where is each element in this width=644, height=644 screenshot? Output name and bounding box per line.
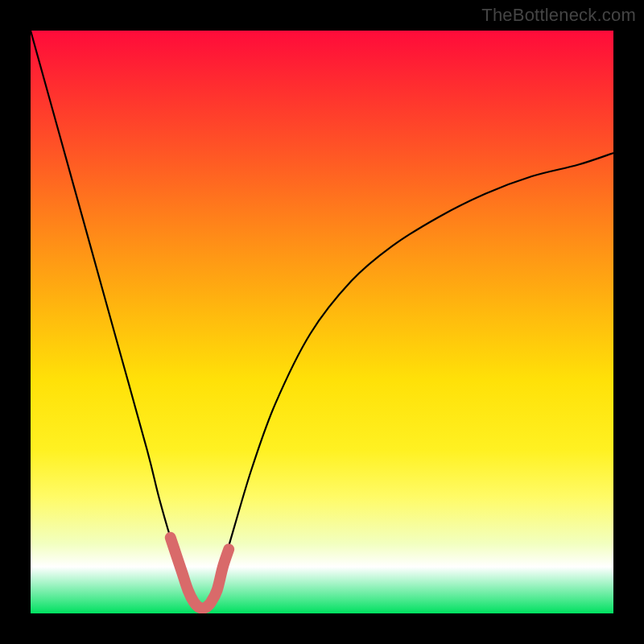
highlight-path — [171, 538, 229, 609]
chart-svg — [31, 31, 613, 613]
curve-path — [31, 31, 613, 609]
watermark-text: TheBottleneck.com — [481, 5, 636, 26]
chart-frame: TheBottleneck.com — [0, 0, 644, 644]
plot-area — [31, 31, 613, 613]
